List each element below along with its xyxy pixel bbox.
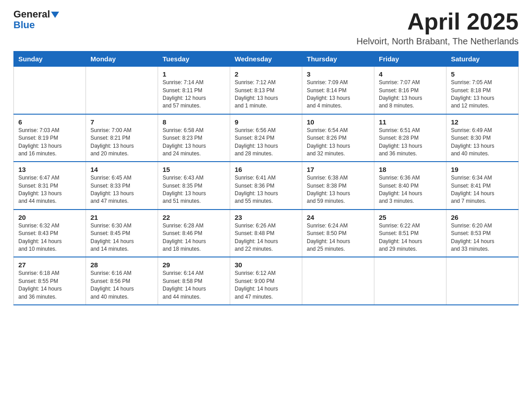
calendar-cell xyxy=(14,67,86,114)
day-number: 10 xyxy=(307,118,369,126)
day-info: Sunrise: 7:14 AM Sunset: 8:11 PM Dayligh… xyxy=(163,79,225,110)
calendar-cell: 29Sunrise: 6:14 AM Sunset: 8:58 PM Dayli… xyxy=(158,257,230,305)
calendar-cell: 2Sunrise: 7:12 AM Sunset: 8:13 PM Daylig… xyxy=(230,67,302,114)
day-number: 2 xyxy=(235,70,297,78)
day-number: 17 xyxy=(307,166,369,173)
day-info: Sunrise: 6:32 AM Sunset: 8:43 PM Dayligh… xyxy=(18,222,81,253)
day-info: Sunrise: 6:47 AM Sunset: 8:31 PM Dayligh… xyxy=(18,174,81,206)
day-number: 23 xyxy=(235,214,297,221)
calendar-cell: 7Sunrise: 7:00 AM Sunset: 8:21 PM Daylig… xyxy=(86,114,158,162)
calendar-cell xyxy=(374,257,446,305)
calendar-week-row: 20Sunrise: 6:32 AM Sunset: 8:43 PM Dayli… xyxy=(14,210,519,257)
calendar-cell: 6Sunrise: 7:03 AM Sunset: 8:19 PM Daylig… xyxy=(14,114,86,162)
month-title: April 2025 xyxy=(356,9,519,34)
day-info: Sunrise: 7:00 AM Sunset: 8:21 PM Dayligh… xyxy=(90,127,153,158)
calendar-header-friday: Friday xyxy=(374,51,446,67)
calendar-cell xyxy=(446,257,519,305)
day-number: 14 xyxy=(90,166,153,173)
calendar-cell: 20Sunrise: 6:32 AM Sunset: 8:43 PM Dayli… xyxy=(14,210,86,257)
calendar-cell: 19Sunrise: 6:34 AM Sunset: 8:41 PM Dayli… xyxy=(446,162,519,210)
calendar-week-row: 27Sunrise: 6:18 AM Sunset: 8:55 PM Dayli… xyxy=(14,257,519,305)
day-info: Sunrise: 6:24 AM Sunset: 8:50 PM Dayligh… xyxy=(307,222,369,253)
day-number: 20 xyxy=(18,214,81,221)
calendar-cell: 23Sunrise: 6:26 AM Sunset: 8:48 PM Dayli… xyxy=(230,210,302,257)
day-info: Sunrise: 6:56 AM Sunset: 8:24 PM Dayligh… xyxy=(235,127,297,158)
calendar-cell: 1Sunrise: 7:14 AM Sunset: 8:11 PM Daylig… xyxy=(158,67,230,114)
calendar-header-thursday: Thursday xyxy=(302,51,374,67)
calendar-cell: 4Sunrise: 7:07 AM Sunset: 8:16 PM Daylig… xyxy=(374,67,446,114)
calendar-header-wednesday: Wednesday xyxy=(230,51,302,67)
calendar-cell: 14Sunrise: 6:45 AM Sunset: 8:33 PM Dayli… xyxy=(86,162,158,210)
calendar-cell: 18Sunrise: 6:36 AM Sunset: 8:40 PM Dayli… xyxy=(374,162,446,210)
day-info: Sunrise: 6:16 AM Sunset: 8:56 PM Dayligh… xyxy=(90,270,153,301)
day-info: Sunrise: 6:41 AM Sunset: 8:36 PM Dayligh… xyxy=(235,174,297,206)
day-number: 4 xyxy=(379,70,442,78)
day-number: 13 xyxy=(18,166,81,173)
day-number: 21 xyxy=(90,214,153,221)
day-info: Sunrise: 6:45 AM Sunset: 8:33 PM Dayligh… xyxy=(90,174,153,206)
day-info: Sunrise: 6:49 AM Sunset: 8:30 PM Dayligh… xyxy=(451,127,514,158)
calendar-cell xyxy=(302,257,374,305)
calendar-cell: 24Sunrise: 6:24 AM Sunset: 8:50 PM Dayli… xyxy=(302,210,374,257)
day-info: Sunrise: 6:28 AM Sunset: 8:46 PM Dayligh… xyxy=(163,222,225,253)
day-info: Sunrise: 6:38 AM Sunset: 8:38 PM Dayligh… xyxy=(307,174,369,206)
calendar-cell: 28Sunrise: 6:16 AM Sunset: 8:56 PM Dayli… xyxy=(86,257,158,305)
header: General Blue April 2025 Helvoirt, North … xyxy=(13,9,519,47)
calendar-cell: 22Sunrise: 6:28 AM Sunset: 8:46 PM Dayli… xyxy=(158,210,230,257)
logo-general-text: General xyxy=(13,9,59,20)
day-number: 22 xyxy=(163,214,225,221)
day-info: Sunrise: 6:20 AM Sunset: 8:53 PM Dayligh… xyxy=(451,222,514,253)
day-info: Sunrise: 6:12 AM Sunset: 9:00 PM Dayligh… xyxy=(235,270,297,301)
day-number: 11 xyxy=(379,118,442,126)
day-info: Sunrise: 6:43 AM Sunset: 8:35 PM Dayligh… xyxy=(163,174,225,206)
calendar-cell: 8Sunrise: 6:58 AM Sunset: 8:23 PM Daylig… xyxy=(158,114,230,162)
day-number: 28 xyxy=(90,261,153,269)
day-info: Sunrise: 6:22 AM Sunset: 8:51 PM Dayligh… xyxy=(379,222,442,253)
logo: General Blue xyxy=(13,9,59,30)
day-number: 12 xyxy=(451,118,514,126)
calendar-cell: 11Sunrise: 6:51 AM Sunset: 8:28 PM Dayli… xyxy=(374,114,446,162)
day-number: 19 xyxy=(451,166,514,173)
day-info: Sunrise: 6:18 AM Sunset: 8:55 PM Dayligh… xyxy=(18,270,81,301)
calendar-table: SundayMondayTuesdayWednesdayThursdayFrid… xyxy=(13,51,519,305)
title-area: April 2025 Helvoirt, North Brabant, The … xyxy=(356,9,519,47)
calendar-header-tuesday: Tuesday xyxy=(158,51,230,67)
calendar-cell: 15Sunrise: 6:43 AM Sunset: 8:35 PM Dayli… xyxy=(158,162,230,210)
calendar-cell: 25Sunrise: 6:22 AM Sunset: 8:51 PM Dayli… xyxy=(374,210,446,257)
day-number: 16 xyxy=(235,166,297,173)
calendar-cell: 13Sunrise: 6:47 AM Sunset: 8:31 PM Dayli… xyxy=(14,162,86,210)
day-number: 25 xyxy=(379,214,442,221)
calendar-cell: 26Sunrise: 6:20 AM Sunset: 8:53 PM Dayli… xyxy=(446,210,519,257)
day-number: 15 xyxy=(163,166,225,173)
day-number: 18 xyxy=(379,166,442,173)
calendar-cell: 16Sunrise: 6:41 AM Sunset: 8:36 PM Dayli… xyxy=(230,162,302,210)
day-number: 27 xyxy=(18,261,81,269)
calendar-cell: 9Sunrise: 6:56 AM Sunset: 8:24 PM Daylig… xyxy=(230,114,302,162)
calendar-cell: 17Sunrise: 6:38 AM Sunset: 8:38 PM Dayli… xyxy=(302,162,374,210)
logo-triangle-icon xyxy=(51,12,59,18)
day-number: 26 xyxy=(451,214,514,221)
calendar-header-saturday: Saturday xyxy=(446,51,519,67)
calendar-header-row: SundayMondayTuesdayWednesdayThursdayFrid… xyxy=(14,51,519,67)
day-number: 29 xyxy=(163,261,225,269)
calendar-week-row: 1Sunrise: 7:14 AM Sunset: 8:11 PM Daylig… xyxy=(14,67,519,114)
day-number: 5 xyxy=(451,70,514,78)
day-info: Sunrise: 7:09 AM Sunset: 8:14 PM Dayligh… xyxy=(307,79,369,110)
calendar-cell: 27Sunrise: 6:18 AM Sunset: 8:55 PM Dayli… xyxy=(14,257,86,305)
day-info: Sunrise: 7:05 AM Sunset: 8:18 PM Dayligh… xyxy=(451,79,514,110)
day-info: Sunrise: 6:36 AM Sunset: 8:40 PM Dayligh… xyxy=(379,174,442,206)
logo-blue-text: Blue xyxy=(13,20,59,30)
day-number: 3 xyxy=(307,70,369,78)
calendar-cell: 21Sunrise: 6:30 AM Sunset: 8:45 PM Dayli… xyxy=(86,210,158,257)
day-info: Sunrise: 6:54 AM Sunset: 8:26 PM Dayligh… xyxy=(307,127,369,158)
calendar-cell: 10Sunrise: 6:54 AM Sunset: 8:26 PM Dayli… xyxy=(302,114,374,162)
day-info: Sunrise: 6:14 AM Sunset: 8:58 PM Dayligh… xyxy=(163,270,225,301)
day-number: 24 xyxy=(307,214,369,221)
day-info: Sunrise: 6:30 AM Sunset: 8:45 PM Dayligh… xyxy=(90,222,153,253)
calendar-header-monday: Monday xyxy=(86,51,158,67)
calendar-cell: 30Sunrise: 6:12 AM Sunset: 9:00 PM Dayli… xyxy=(230,257,302,305)
day-number: 6 xyxy=(18,118,81,126)
day-number: 8 xyxy=(163,118,225,126)
calendar-week-row: 13Sunrise: 6:47 AM Sunset: 8:31 PM Dayli… xyxy=(14,162,519,210)
calendar-header-sunday: Sunday xyxy=(14,51,86,67)
